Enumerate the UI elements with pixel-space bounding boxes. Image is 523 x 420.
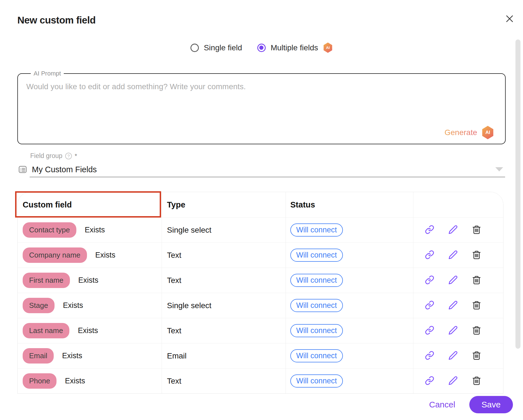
pencil-icon [448,325,458,336]
field-type: Text [167,276,181,285]
field-group-label: Field group ? * [30,152,77,160]
field-type: Text [167,377,181,386]
page-title: New custom field [17,15,96,26]
link-icon [425,225,434,235]
trash-icon [472,325,481,336]
pencil-icon [448,250,458,260]
pencil-icon [448,275,458,285]
delete-button[interactable] [472,351,482,361]
connect-button[interactable] [425,326,435,336]
edit-button[interactable] [448,376,458,386]
status-badge: Will connect [290,324,343,337]
trash-icon [472,275,481,285]
type-cell: Single select [162,293,286,318]
type-cell: Text [162,268,286,293]
close-button[interactable] [503,13,516,25]
delete-button[interactable] [472,250,482,260]
field-note: Exists [63,301,83,310]
custom-field-cell: Company name Exists [18,243,162,268]
status-cell: Will connect [286,293,413,318]
header-status: Status [286,192,413,217]
link-icon [425,250,434,260]
status-badge: Will connect [290,249,343,262]
status-cell: Will connect [286,369,413,393]
table-row: Contact type Exists Single select Will c… [18,217,503,242]
radio-selected-icon [257,44,266,52]
radio-label: Single field [204,43,242,52]
delete-button[interactable] [472,376,482,386]
actions-cell [413,318,503,343]
connect-button[interactable] [425,351,435,361]
pencil-icon [448,351,458,361]
footer-actions: Cancel Save [429,396,513,413]
radio-single-field[interactable]: Single field [190,43,242,52]
custom-field-cell: Phone Exists [18,369,162,393]
field-group-label-text: Field group [30,152,62,160]
select-underline [30,177,505,177]
delete-button[interactable] [472,275,482,285]
field-type: Single select [167,226,211,235]
connect-button[interactable] [425,301,435,311]
generate-label: Generate [444,128,477,137]
table-row: Company name Exists Text Will connect [18,242,503,268]
actions-cell [413,218,503,242]
ai-prompt-label: AI Prompt [31,70,64,77]
header-actions [413,192,503,217]
table-row: Last name Exists Text Will connect [18,318,503,343]
link-icon [425,376,434,386]
connect-button[interactable] [425,376,435,386]
save-button[interactable]: Save [469,396,513,413]
pencil-icon [448,225,458,235]
trash-icon [472,250,481,260]
generate-button[interactable]: Generate AI [444,126,494,139]
close-icon [505,20,515,25]
field-note: Exists [95,251,116,259]
edit-button[interactable] [448,351,458,361]
delete-button[interactable] [472,301,482,311]
edit-button[interactable] [448,250,458,260]
connect-button[interactable] [425,275,435,285]
status-cell: Will connect [286,218,413,242]
field-type: Email [167,351,187,360]
ai-badge-icon: AI [323,43,333,53]
table-row: Email Exists Email Will connect [18,343,503,368]
status-badge: Will connect [290,349,343,362]
edit-button[interactable] [448,225,458,235]
connect-button[interactable] [425,225,435,235]
scrollbar-thumb[interactable] [515,39,520,349]
delete-button[interactable] [472,326,482,336]
field-mode-selector: Single field Multiple fields AI [0,43,523,53]
edit-button[interactable] [448,301,458,311]
radio-multiple-fields[interactable]: Multiple fields AI [257,43,333,53]
table-body: Contact type Exists Single select Will c… [18,217,503,393]
field-note: Exists [62,351,82,360]
link-icon [425,325,434,336]
edit-button[interactable] [448,275,458,285]
radio-label: Multiple fields [271,43,318,52]
actions-cell [413,369,503,393]
status-badge: Will connect [290,223,343,237]
ai-prompt-input[interactable] [26,78,497,120]
custom-field-cell: Email Exists [18,343,162,368]
field-name-tag: First name [23,273,70,288]
status-cell: Will connect [286,343,413,368]
table-row: Stage Exists Single select Will connect [18,293,503,318]
field-type: Text [167,251,181,260]
field-note: Exists [85,226,105,234]
help-icon[interactable]: ? [65,153,72,159]
field-group-select[interactable]: My Custom Fields [18,163,505,176]
type-cell: Text [162,369,286,393]
trash-icon [472,351,481,361]
trash-icon [472,376,481,386]
custom-field-cell: Last name Exists [18,318,162,343]
status-cell: Will connect [286,243,413,268]
edit-button[interactable] [448,326,458,336]
delete-button[interactable] [472,225,482,235]
ai-prompt-box: AI Prompt Generate AI [17,70,506,144]
custom-fields-table: Custom field Type Status Contact type Ex… [17,192,503,394]
connect-button[interactable] [425,250,435,260]
list-icon [18,165,27,174]
custom-field-cell: Contact type Exists [18,218,162,242]
status-cell: Will connect [286,318,413,343]
cancel-button[interactable]: Cancel [429,400,455,409]
